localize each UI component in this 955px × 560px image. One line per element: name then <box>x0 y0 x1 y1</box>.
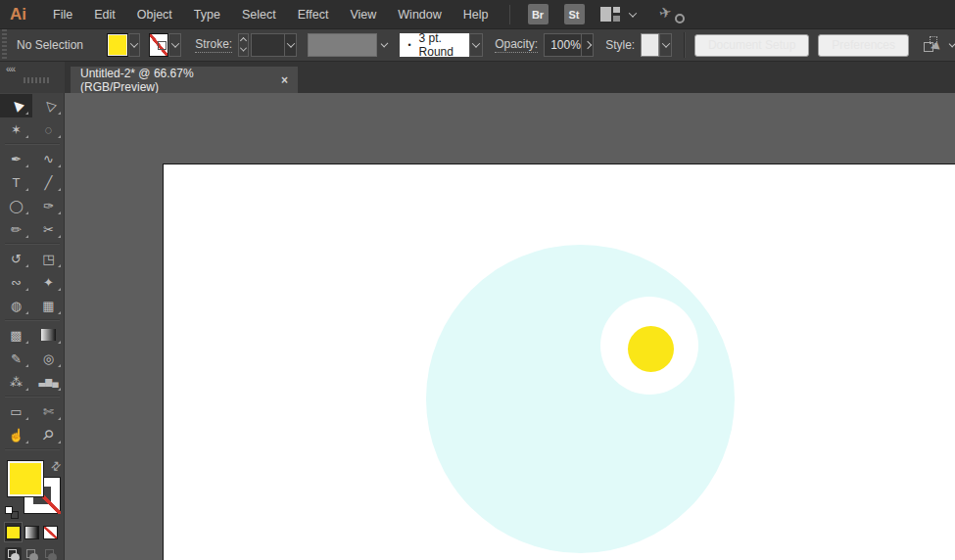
controlbar-divider <box>684 32 685 58</box>
gpu-performance-icon[interactable]: ✈ <box>659 5 685 24</box>
fill-color-swatch[interactable] <box>107 33 127 57</box>
menu-type[interactable]: Type <box>183 8 231 22</box>
blend-tool[interactable]: ◎ <box>32 347 65 370</box>
stroke-weight-stepper[interactable] <box>238 33 249 57</box>
document-tab[interactable]: Untitled-2* @ 66.67% (RGB/Preview) × <box>71 67 298 93</box>
brush-definition-field[interactable]: • 3 pt. Round <box>400 33 468 57</box>
pen-tool[interactable]: ✒ <box>0 147 32 170</box>
menu-object[interactable]: Object <box>126 8 183 22</box>
curvature-tool[interactable]: ∿ <box>32 147 65 170</box>
shaper-tool[interactable]: ✏ <box>0 217 32 241</box>
drawing-mode-buttons <box>0 544 64 560</box>
stroke-weight-field[interactable] <box>251 33 284 57</box>
chevron-down-icon <box>240 45 247 52</box>
tool-grid: ▶ ▷ ✶ ◌ ✒ ∿ T ╱ ◯ ✑ ✏ ✂ ↺ ◳ ∾ ✦ ◍ ▦ ▩ ✎ … <box>0 93 64 452</box>
chevron-down-icon <box>661 39 669 47</box>
magic-wand-tool[interactable]: ✶ <box>0 117 32 141</box>
select-similar-icon[interactable]: ▶ <box>924 36 940 54</box>
tool-group-divider <box>5 243 60 245</box>
default-fill-stroke-icon[interactable] <box>5 506 19 519</box>
panel-grip-icon[interactable] <box>24 77 49 83</box>
puppet-warp-tool[interactable]: ✦ <box>32 270 65 294</box>
draw-inside-button[interactable] <box>42 547 59 560</box>
chevron-up-icon <box>240 37 247 44</box>
preferences-button[interactable]: Preferences <box>818 34 909 57</box>
ellipse-tool[interactable]: ◯ <box>0 194 32 217</box>
none-button[interactable] <box>42 523 59 541</box>
menubar-divider <box>509 5 510 24</box>
cursor-arrow-icon: ▶ <box>929 40 940 55</box>
chevron-down-icon[interactable] <box>380 40 388 48</box>
perspective-grid-icon: ▦ <box>42 300 54 312</box>
menu-help[interactable]: Help <box>453 8 500 22</box>
eyedropper-tool[interactable]: ✎ <box>0 347 32 370</box>
chevron-down-icon <box>170 39 178 47</box>
fill-swatch-large[interactable] <box>7 460 44 497</box>
menu-edit[interactable]: Edit <box>83 8 126 22</box>
yellow-circle[interactable] <box>628 326 674 372</box>
menu-file[interactable]: File <box>42 8 83 22</box>
column-graph-tool[interactable]: ▃▆▄ <box>32 370 65 394</box>
type-icon: T <box>13 176 21 189</box>
large-cyan-circle[interactable] <box>426 245 735 553</box>
type-tool[interactable]: T <box>0 170 32 194</box>
gradient-button[interactable] <box>24 523 40 541</box>
zoom-tool[interactable]: ⚲ <box>32 423 65 446</box>
brush-definition-dropdown[interactable] <box>469 33 483 57</box>
stroke-label[interactable]: Stroke: <box>195 37 232 53</box>
draw-behind-button[interactable] <box>24 547 40 560</box>
close-tab-icon[interactable]: × <box>281 73 288 87</box>
color-button[interactable] <box>5 523 22 541</box>
shape-builder-tool[interactable]: ◍ <box>0 294 32 317</box>
scale-tool[interactable]: ◳ <box>32 247 65 270</box>
opacity-field[interactable]: 100% <box>544 33 582 57</box>
chevron-down-icon[interactable] <box>628 9 636 17</box>
menu-window[interactable]: Window <box>387 8 452 22</box>
menu-view[interactable]: View <box>339 8 387 22</box>
chevron-down-icon[interactable] <box>949 40 955 48</box>
artboard-tool[interactable]: ▭ <box>0 399 32 423</box>
panel-grip-icon[interactable] <box>0 29 7 61</box>
gradient-tool[interactable] <box>32 323 65 347</box>
slice-icon: ✄ <box>43 405 54 418</box>
stroke-color-dropdown[interactable] <box>168 33 181 57</box>
canvas-area[interactable] <box>65 93 955 560</box>
pen-icon: ✒ <box>11 153 22 165</box>
illustrator-logo: Ai <box>10 5 26 24</box>
direct-selection-tool[interactable]: ▷ <box>32 94 65 117</box>
scissors-icon: ✂ <box>43 223 54 236</box>
stroke-color-swatch[interactable] <box>149 33 168 57</box>
line-segment-tool[interactable]: ╱ <box>32 170 65 194</box>
document-setup-button[interactable]: Document Setup <box>694 34 809 57</box>
menu-effect[interactable]: Effect <box>287 8 340 22</box>
opacity-label[interactable]: Opacity: <box>495 37 538 53</box>
rotate-tool[interactable]: ↺ <box>0 247 32 270</box>
stock-button[interactable]: St <box>564 4 585 24</box>
menu-select[interactable]: Select <box>231 8 287 22</box>
symbol-sprayer-tool[interactable]: ⁂ <box>0 370 32 394</box>
fill-color-dropdown[interactable] <box>128 33 141 57</box>
control-bar: No Selection Stroke: • 3 pt. Round Opaci… <box>0 29 955 62</box>
paintbrush-icon: ✑ <box>43 200 54 212</box>
opacity-options-button[interactable] <box>582 33 594 57</box>
paintbrush-tool[interactable]: ✑ <box>32 194 65 217</box>
width-profile-dropdown[interactable] <box>308 33 376 57</box>
selection-tool[interactable]: ▶ <box>0 94 32 117</box>
mesh-tool[interactable]: ▩ <box>0 323 32 347</box>
symbol-sprayer-icon: ⁂ <box>10 376 23 389</box>
width-tool[interactable]: ∾ <box>0 270 32 294</box>
workspace-switcher-icon[interactable] <box>600 7 620 22</box>
collapse-panel-button[interactable]: «« <box>6 64 15 74</box>
scissors-tool[interactable]: ✂ <box>32 217 65 241</box>
slice-tool[interactable]: ✄ <box>32 399 65 423</box>
perspective-grid-tool[interactable]: ▦ <box>32 294 65 317</box>
document-tab-title: Untitled-2* @ 66.67% (RGB/Preview) <box>80 67 273 94</box>
swap-fill-stroke-icon[interactable]: ⇄ <box>47 457 64 474</box>
bridge-button[interactable]: Br <box>528 4 549 24</box>
stroke-weight-dropdown[interactable] <box>284 33 297 57</box>
hand-tool[interactable]: ☝ <box>0 423 32 446</box>
lasso-tool[interactable]: ◌ <box>32 117 65 141</box>
style-swatch[interactable] <box>641 33 659 57</box>
style-dropdown[interactable] <box>659 33 672 57</box>
draw-normal-button[interactable] <box>5 547 22 560</box>
